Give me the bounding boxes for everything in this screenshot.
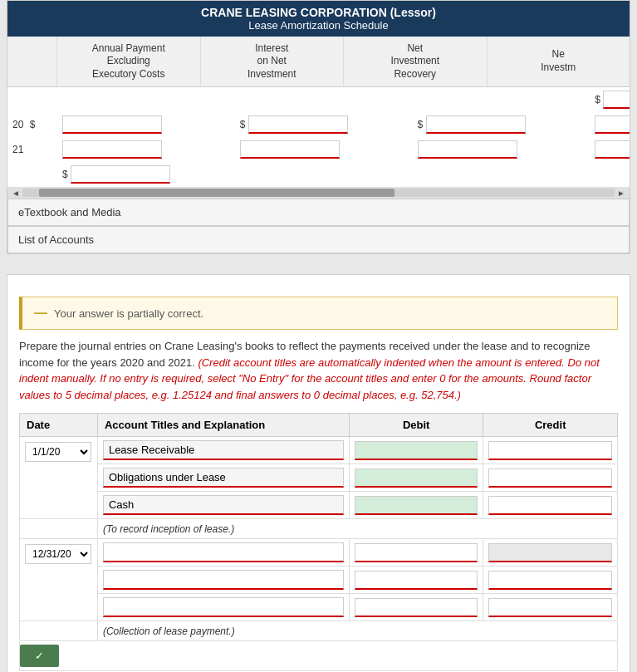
credit-input-2-2[interactable] [488, 571, 612, 590]
submit-button[interactable]: ✓ [20, 645, 59, 667]
debit-input-1-3[interactable] [355, 496, 478, 515]
account-input-1-3[interactable] [103, 495, 344, 515]
journal-entry-2-row-1: 12/31/20 1/1/20 12/31/21 [20, 539, 618, 567]
scrollbar-track[interactable] [22, 189, 615, 197]
date-select-1[interactable]: 1/1/20 12/31/20 12/31/21 [25, 442, 91, 462]
account-input-1-2[interactable] [103, 468, 344, 488]
instructions: Prepare the journal entries on Crane Lea… [19, 338, 618, 403]
credit-input-2-1[interactable] [488, 543, 612, 562]
credit-input-1-1[interactable] [488, 441, 612, 460]
net-inv-20-input[interactable] [595, 115, 630, 134]
debit-input-1-1[interactable] [355, 441, 478, 460]
date-select-2[interactable]: 12/31/20 1/1/20 12/31/21 [25, 544, 91, 564]
submit-row: ✓ [20, 641, 618, 671]
journal-table: Date Account Titles and Explanation Debi… [19, 413, 618, 671]
debit-input-2-2[interactable] [355, 571, 478, 590]
col-interest: Intereston NetInvestment [201, 37, 345, 86]
credit-input-1-3[interactable] [488, 496, 612, 515]
annual-pay-21-input[interactable] [62, 140, 162, 159]
journal-entry-1-row-3 [20, 492, 618, 519]
account-input-2-3[interactable] [103, 597, 344, 617]
net-recovery-20-input[interactable] [426, 115, 526, 134]
annual-pay-20-input[interactable] [62, 115, 162, 134]
notice-text: Your answer is partially correct. [54, 307, 203, 320]
table-row-total: $ [7, 162, 630, 187]
amort-body: $ 20 $ $ [7, 87, 630, 187]
net-recovery-21-input[interactable] [418, 140, 517, 159]
net-inv-21-input[interactable] [595, 140, 630, 159]
table-row-21: 21 [7, 137, 630, 162]
action-buttons: eTextbook and Media List of Accounts [7, 199, 630, 253]
th-date: Date [20, 414, 98, 437]
th-account: Account Titles and Explanation [97, 414, 349, 437]
interest-20-input[interactable] [248, 115, 348, 134]
account-input-1-1[interactable] [103, 440, 344, 460]
journal-entry-1-row-1: 1/1/20 12/31/20 12/31/21 [20, 437, 618, 464]
col-year [7, 37, 57, 86]
debit-input-2-3[interactable] [355, 598, 478, 617]
th-credit: Credit [483, 414, 618, 437]
debit-input-1-2[interactable] [355, 468, 478, 488]
company-name: CRANE LEASING CORPORATION (Lessor) [11, 6, 626, 19]
etextbook-button[interactable]: eTextbook and Media [7, 199, 630, 226]
journal-entry-2-row-2 [20, 567, 618, 594]
scroll-left-arrow[interactable]: ◄ [9, 189, 22, 198]
amort-table: $ 20 $ $ [7, 87, 630, 187]
account-input-2-2[interactable] [103, 570, 344, 590]
note-text-1: (To record inception of lease.) [103, 520, 234, 538]
net-inv-top-input[interactable] [603, 91, 630, 109]
journal-entry-2-row-3 [20, 594, 618, 621]
horizontal-scrollbar[interactable]: ◄ ► [7, 187, 630, 199]
notice-dash: — [34, 306, 47, 321]
th-debit: Debit [349, 414, 483, 437]
spacer [7, 261, 630, 274]
credit-input-1-2[interactable] [488, 468, 612, 488]
journal-section: — Your answer is partially correct. Prep… [7, 274, 630, 672]
scroll-right-arrow[interactable]: ► [615, 189, 628, 198]
table-row-20: 20 $ $ $ [7, 112, 630, 137]
col-net-investment: NeInvestm [488, 37, 630, 86]
table-row: $ [7, 87, 630, 112]
journal-entry-1-note-row: (To record inception of lease.) [20, 519, 618, 539]
journal-entry-1-row-2 [20, 464, 618, 492]
credit-input-2-3[interactable] [488, 598, 612, 617]
col-net-recovery: NetInvestmentRecovery [344, 37, 488, 86]
account-input-2-1[interactable] [103, 542, 344, 562]
list-accounts-button[interactable]: List of Accounts [7, 226, 630, 253]
scrollbar-thumb[interactable] [39, 189, 394, 197]
col-annual-payment: Annual PaymentExcludingExecutory Costs [57, 37, 201, 86]
partial-notice: — Your answer is partially correct. [19, 297, 618, 330]
journal-header-row: Date Account Titles and Explanation Debi… [20, 414, 618, 437]
amort-header: CRANE LEASING CORPORATION (Lessor) Lease… [7, 1, 630, 37]
schedule-name: Lease Amortization Schedule [11, 19, 626, 32]
interest-21-input[interactable] [240, 140, 340, 159]
total-input[interactable] [71, 165, 170, 184]
debit-input-2-1[interactable] [355, 543, 478, 562]
journal-entry-2-note-row: (Collection of lease payment.) [20, 621, 618, 641]
note-text-2: (Collection of lease payment.) [103, 622, 235, 640]
col-headers: Annual PaymentExcludingExecutory Costs I… [7, 37, 630, 87]
